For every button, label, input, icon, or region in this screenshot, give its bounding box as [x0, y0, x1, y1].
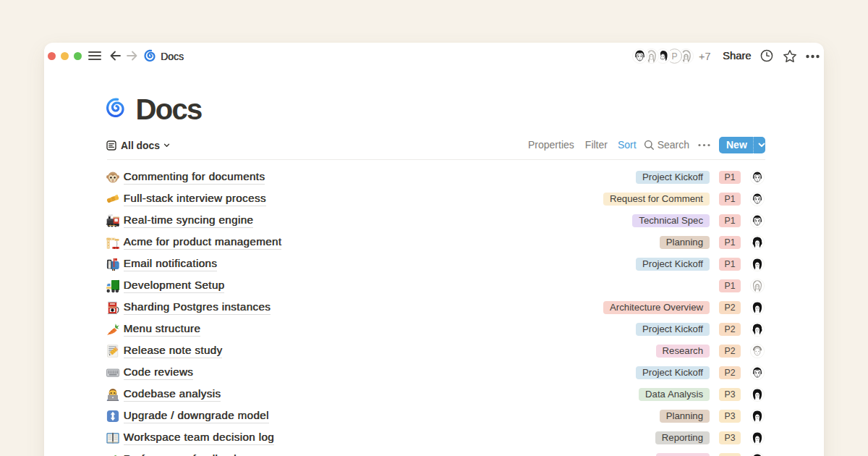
svg-text:P: P	[671, 51, 677, 61]
